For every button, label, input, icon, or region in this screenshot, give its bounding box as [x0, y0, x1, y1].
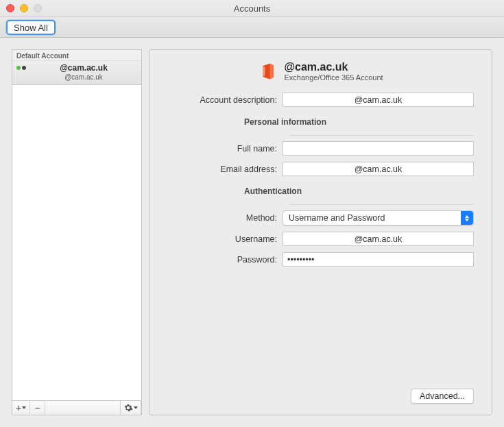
input-password[interactable]	[283, 252, 474, 267]
account-item-name: @cam.ac.uk	[30, 63, 137, 73]
section-personal: Personal information	[167, 117, 474, 127]
row-username: Username:	[167, 232, 474, 246]
titlebar: Accounts	[0, 0, 504, 17]
toolbar: Show All	[0, 17, 504, 38]
account-item-sub: @cam.ac.uk	[30, 73, 137, 81]
status-dot-green-icon	[16, 66, 21, 70]
row-password: Password:	[167, 252, 474, 267]
main-panel: @cam.ac.uk Exchange/Office 365 Account A…	[149, 49, 492, 415]
select-method[interactable]: Username and Password	[283, 210, 474, 225]
row-full-name: Full name:	[167, 141, 474, 156]
sidebar: Default Account @cam.ac.uk @cam.ac.uk + …	[12, 49, 142, 415]
content: Default Account @cam.ac.uk @cam.ac.uk + …	[0, 38, 504, 427]
window-title: Accounts	[234, 3, 270, 14]
minimize-window-icon[interactable]	[20, 4, 28, 12]
section-authentication: Authentication	[167, 186, 474, 196]
gear-icon	[123, 403, 133, 413]
input-username[interactable]	[283, 232, 474, 246]
header-texts: @cam.ac.uk Exchange/Office 365 Account	[284, 61, 383, 82]
label-method: Method:	[167, 213, 283, 223]
chevron-down-icon	[134, 406, 138, 409]
account-list: Default Account @cam.ac.uk @cam.ac.uk	[12, 49, 142, 400]
show-all-button[interactable]: Show All	[6, 20, 56, 35]
status-dot-dark-icon	[22, 66, 26, 70]
select-arrows-icon	[461, 211, 473, 225]
row-method: Method: Username and Password	[167, 210, 474, 225]
account-header: @cam.ac.uk Exchange/Office 365 Account	[167, 61, 474, 82]
add-account-button[interactable]: +	[12, 401, 30, 415]
label-password: Password:	[167, 255, 283, 265]
zoom-window-icon	[34, 4, 42, 12]
label-username: Username:	[167, 234, 283, 244]
default-account-label: Default Account	[12, 50, 141, 61]
traffic-lights	[6, 4, 42, 12]
label-description: Account description:	[167, 95, 283, 105]
label-full-name: Full name:	[167, 144, 283, 154]
plus-icon: +	[16, 402, 21, 413]
select-method-value: Username and Password	[289, 213, 385, 223]
input-email[interactable]	[283, 162, 474, 176]
account-item-texts: @cam.ac.uk @cam.ac.uk	[30, 63, 137, 81]
close-window-icon[interactable]	[6, 4, 14, 12]
settings-menu-button[interactable]	[121, 401, 141, 415]
chevron-down-icon	[22, 406, 26, 409]
minus-icon: −	[34, 402, 40, 413]
input-full-name[interactable]	[283, 141, 474, 156]
label-email: Email address:	[167, 164, 283, 174]
footer-spacer	[45, 401, 121, 415]
row-email: Email address:	[167, 162, 474, 176]
sidebar-footer: + −	[12, 400, 142, 415]
advanced-button[interactable]: Advanced...	[411, 389, 474, 404]
divider	[289, 135, 474, 136]
account-title: @cam.ac.uk	[284, 61, 383, 73]
input-description[interactable]	[283, 93, 474, 107]
office-logo-icon	[258, 62, 277, 81]
row-description: Account description:	[167, 93, 474, 107]
divider	[289, 204, 474, 205]
account-type: Exchange/Office 365 Account	[284, 73, 383, 82]
account-list-item[interactable]: @cam.ac.uk @cam.ac.uk	[12, 61, 141, 85]
status-indicator	[16, 66, 26, 70]
remove-account-button[interactable]: −	[30, 401, 45, 415]
